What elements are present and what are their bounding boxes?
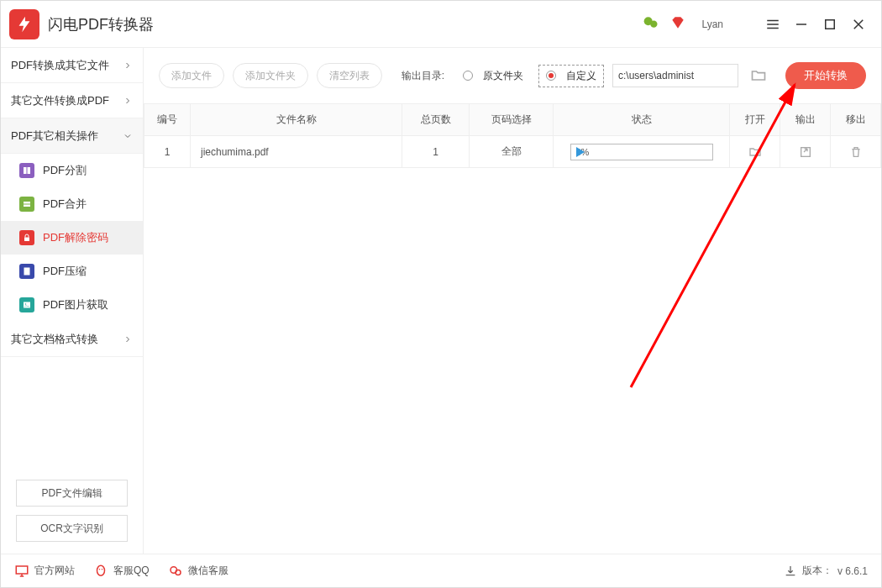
output-path-input[interactable] (612, 64, 738, 87)
add-folder-button[interactable]: 添加文件夹 (233, 63, 308, 88)
sidebar-item-label: PDF压缩 (43, 264, 87, 279)
sidebar-item-split[interactable]: PDF分割 (1, 154, 143, 187)
app-title: 闪电PDF转换器 (48, 14, 154, 34)
svg-rect-3 (24, 167, 27, 174)
image-icon (19, 297, 34, 312)
ocr-button[interactable]: OCR文字识别 (16, 515, 128, 542)
maximize-button[interactable] (821, 15, 839, 34)
user-name[interactable]: Lyan (701, 18, 723, 30)
output-dir-label: 输出目录: (402, 69, 444, 83)
cell-pages: 1 (402, 136, 470, 168)
trash-icon (849, 145, 863, 159)
sidebar-cat-other-formats[interactable]: 其它文档格式转换 (1, 322, 143, 357)
main-panel: 添加文件 添加文件夹 清空列表 输出目录: 原文件夹 自定义 开始转换 (144, 48, 881, 554)
sidebar-cat-label: PDF转换成其它文件 (11, 58, 109, 73)
sidebar-item-compress[interactable]: PDF压缩 (1, 255, 143, 288)
sidebar-item-remove-password[interactable]: PDF解除密码 (1, 221, 143, 255)
footer: 官方网站 客服QQ 微信客服 版本： v 6.6.1 (1, 554, 881, 587)
table-row[interactable]: 1 jiechumima.pdf 1 全部 0% (144, 136, 881, 168)
clear-list-button[interactable]: 清空列表 (317, 63, 382, 88)
sidebar-cat-other-to-pdf[interactable]: 其它文件转换成PDF (1, 83, 143, 118)
svg-point-14 (99, 569, 101, 570)
sidebar-item-merge[interactable]: PDF合并 (1, 187, 143, 221)
th-idx: 编号 (144, 104, 191, 136)
chevron-right-icon (123, 60, 133, 71)
cell-remove[interactable] (831, 136, 881, 168)
sidebar-cat-label: PDF其它相关操作 (11, 129, 98, 144)
th-rm: 移出 (831, 104, 881, 136)
th-range: 页码选择 (470, 104, 554, 136)
th-out: 输出 (780, 104, 831, 136)
svg-rect-8 (24, 268, 30, 276)
compress-icon (19, 264, 34, 279)
cell-idx: 1 (144, 136, 191, 168)
monitor-icon (14, 564, 29, 579)
svg-rect-2 (826, 19, 835, 29)
sidebar-item-label: PDF解除密码 (43, 230, 108, 245)
close-button[interactable] (849, 15, 868, 34)
qq-icon (93, 564, 108, 579)
th-open: 打开 (730, 104, 780, 136)
chevron-down-icon (123, 131, 133, 141)
svg-point-13 (97, 565, 105, 575)
cell-filename: jiechumima.pdf (191, 136, 402, 168)
footer-website[interactable]: 官方网站 (14, 564, 75, 579)
pdf-editor-button[interactable]: PDF文件编辑 (16, 480, 128, 507)
sidebar-cat-pdf-to-other[interactable]: PDF转换成其它文件 (1, 48, 143, 83)
sidebar-item-extract-images[interactable]: PDF图片获取 (1, 288, 143, 322)
svg-rect-5 (24, 202, 30, 204)
th-status: 状态 (554, 104, 730, 136)
minimize-button[interactable] (792, 15, 811, 34)
svg-rect-12 (16, 566, 28, 574)
chevron-right-icon (123, 96, 133, 106)
svg-rect-4 (28, 167, 31, 174)
cell-range[interactable]: 全部 (470, 136, 554, 168)
th-pages: 总页数 (402, 104, 470, 136)
svg-rect-6 (24, 205, 30, 207)
cell-output[interactable] (780, 136, 831, 168)
sidebar: PDF转换成其它文件 其它文件转换成PDF PDF其它相关操作 PDF分割 PD… (1, 48, 144, 554)
chevron-right-icon (123, 334, 133, 344)
svg-point-15 (102, 569, 103, 570)
footer-wechat[interactable]: 微信客服 (168, 564, 228, 579)
th-name: 文件名称 (191, 104, 402, 136)
split-icon (19, 163, 34, 178)
wechat-icon[interactable] (643, 14, 659, 34)
title-bar: 闪电PDF转换器 Lyan (1, 1, 881, 48)
app-logo (9, 9, 39, 39)
footer-version: 版本： v 6.6.1 (784, 564, 868, 578)
footer-qq[interactable]: 客服QQ (93, 564, 150, 579)
vip-diamond-icon[interactable] (671, 16, 685, 32)
sidebar-item-label: PDF图片获取 (43, 297, 108, 312)
svg-point-10 (25, 303, 27, 305)
toolbar: 添加文件 添加文件夹 清空列表 输出目录: 原文件夹 自定义 开始转换 (144, 48, 881, 103)
svg-rect-7 (24, 238, 29, 242)
sidebar-item-label: PDF合并 (43, 197, 87, 212)
add-file-button[interactable]: 添加文件 (159, 63, 224, 88)
download-icon (784, 564, 797, 578)
svg-point-1 (651, 21, 658, 28)
radio-source-folder[interactable]: 原文件夹 (456, 66, 530, 87)
sidebar-cat-label: 其它文档格式转换 (11, 332, 98, 347)
wechat-icon (168, 564, 183, 579)
sidebar-item-label: PDF分割 (43, 163, 87, 178)
cell-status: 0% (554, 136, 730, 168)
browse-folder-button[interactable] (747, 64, 770, 87)
open-folder-icon (748, 145, 762, 159)
lock-icon (19, 230, 34, 245)
merge-icon (19, 197, 34, 212)
menu-icon[interactable] (764, 15, 782, 34)
start-convert-button[interactable]: 开始转换 (785, 62, 866, 89)
play-icon[interactable] (576, 147, 585, 157)
cell-open[interactable] (730, 136, 780, 168)
progress-bar[interactable]: 0% (570, 144, 713, 160)
export-icon (799, 145, 812, 159)
file-table: 编号 文件名称 总页数 页码选择 状态 打开 输出 移出 1 jiechumim… (144, 103, 881, 168)
sidebar-cat-label: 其它文件转换成PDF (11, 93, 109, 108)
radio-custom-folder[interactable]: 自定义 (538, 65, 604, 87)
sidebar-cat-pdf-ops[interactable]: PDF其它相关操作 (1, 118, 143, 154)
